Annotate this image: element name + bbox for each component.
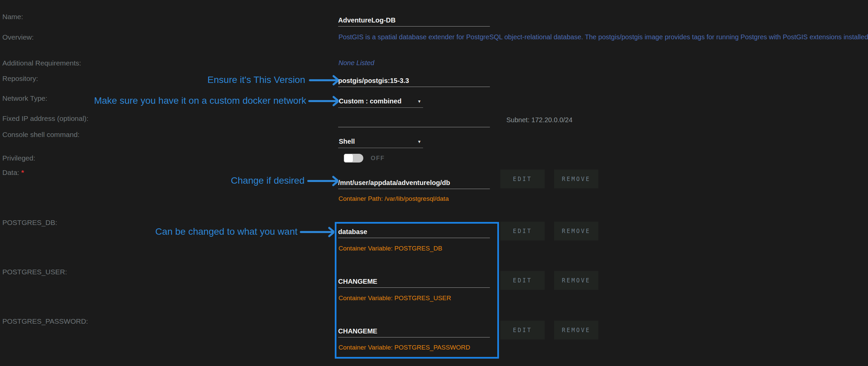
postgres-user-input[interactable] bbox=[338, 275, 490, 288]
postgres-user-container-variable: Container Variable: POSTGRES_USER bbox=[338, 295, 451, 302]
data-annotation-arrow-icon bbox=[307, 176, 338, 186]
chevron-down-icon: ▾ bbox=[418, 99, 421, 104]
additional-requirements-label: Additional Requirements: bbox=[2, 59, 81, 67]
network-type-select[interactable]: Custom : combined ▾ bbox=[338, 95, 423, 108]
postgres-password-container-variable: Container Variable: POSTGRES_PASSWORD bbox=[338, 344, 470, 351]
name-input[interactable] bbox=[338, 14, 490, 27]
data-container-path: Container Path: /var/lib/postgresql/data bbox=[338, 195, 448, 203]
console-shell-select[interactable]: Shell ▾ bbox=[338, 136, 423, 148]
network-type-annotation: Make sure you have it on a custom docker… bbox=[94, 95, 306, 106]
overview-description: PostGIS is a spatial database extender f… bbox=[338, 33, 868, 41]
privileged-label: Privileged: bbox=[2, 154, 35, 162]
network-type-label: Network Type: bbox=[2, 94, 48, 102]
postgres-db-label: POSTGRES_DB: bbox=[2, 219, 57, 227]
privileged-toggle-state: OFF bbox=[371, 155, 385, 162]
toggle-knob bbox=[344, 154, 353, 162]
data-path-input[interactable] bbox=[338, 177, 490, 189]
postgres-password-remove-button[interactable]: REMOVE bbox=[554, 321, 598, 339]
fixed-ip-input[interactable] bbox=[338, 115, 490, 127]
postgres-db-input[interactable] bbox=[338, 226, 490, 238]
subnet-note: Subnet: 172.20.0.0/24 bbox=[506, 116, 572, 124]
required-asterisk: * bbox=[21, 169, 24, 176]
data-edit-button[interactable]: EDIT bbox=[500, 170, 545, 188]
docker-template-settings-page: Name: Overview: Additional Requirements:… bbox=[0, 0, 868, 366]
postgres-password-input[interactable] bbox=[338, 325, 490, 337]
network-type-selected-value: Custom : combined bbox=[339, 97, 402, 105]
console-shell-label: Console shell command: bbox=[2, 131, 80, 139]
postgres-db-edit-button[interactable]: EDIT bbox=[500, 222, 545, 240]
network-type-annotation-arrow-icon bbox=[308, 96, 338, 106]
postgres-password-edit-button[interactable]: EDIT bbox=[500, 321, 545, 339]
chevron-down-icon: ▾ bbox=[418, 139, 421, 144]
postgres-user-label: POSTGRES_USER: bbox=[2, 268, 67, 276]
postgres-vars-highlight-box bbox=[335, 222, 499, 359]
additional-requirements-value: None Listed bbox=[338, 59, 374, 67]
postgres-db-container-variable: Container Variable: POSTGRES_DB bbox=[338, 245, 442, 252]
name-label: Name: bbox=[2, 13, 23, 21]
data-label-text: Data: bbox=[2, 169, 19, 176]
repository-annotation: Ensure it's This Version bbox=[208, 74, 305, 85]
postgres-db-annotation-arrow-icon bbox=[300, 227, 334, 237]
data-label: Data:* bbox=[2, 169, 24, 177]
repository-input[interactable] bbox=[338, 74, 490, 87]
postgres-db-remove-button[interactable]: REMOVE bbox=[554, 222, 598, 240]
repository-label: Repository: bbox=[2, 74, 38, 83]
console-shell-selected-value: Shell bbox=[339, 138, 355, 145]
postgres-user-remove-button[interactable]: REMOVE bbox=[554, 271, 598, 290]
data-remove-button[interactable]: REMOVE bbox=[554, 170, 598, 188]
privileged-toggle[interactable] bbox=[344, 154, 363, 162]
overview-label: Overview: bbox=[2, 33, 34, 41]
repository-annotation-arrow-icon bbox=[309, 75, 338, 86]
postgres-password-label: POSTGRES_PASSWORD: bbox=[2, 317, 88, 325]
postgres-db-annotation: Can be changed to what you want bbox=[155, 226, 298, 237]
data-annotation: Change if desired bbox=[231, 175, 305, 186]
postgres-user-edit-button[interactable]: EDIT bbox=[500, 271, 545, 290]
fixed-ip-label: Fixed IP address (optional): bbox=[2, 115, 88, 123]
